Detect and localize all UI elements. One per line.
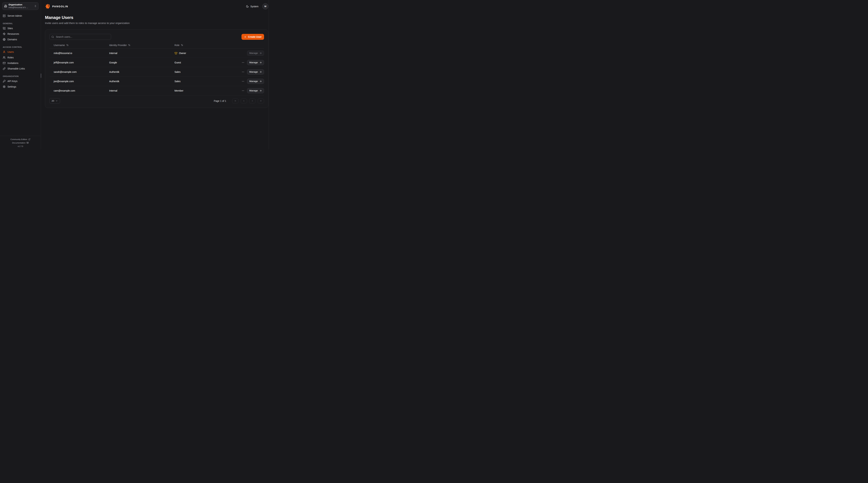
section-label-access-control: ACCESS CONTROL: [3, 46, 38, 48]
globe-icon: [3, 38, 5, 41]
chevrons-left-icon: [234, 100, 237, 102]
page-size-value: 20: [52, 100, 54, 102]
role-cell: Guest: [175, 61, 227, 64]
sidebar-item-label: Users: [7, 51, 14, 53]
building-icon: [4, 5, 7, 7]
sidebar-item-invitations[interactable]: Invitations: [2, 60, 38, 66]
role-cell: Sales: [175, 70, 227, 73]
sidebar-item-resources[interactable]: Resources: [2, 31, 38, 37]
manage-button[interactable]: Manage: [247, 69, 264, 75]
sidebar-item-label: Invitations: [7, 62, 19, 64]
manage-label: Manage: [249, 70, 258, 73]
column-label: Identity Provider: [109, 44, 127, 47]
theme-label: System: [250, 5, 258, 8]
waypoints-icon: [3, 32, 5, 35]
chevrons-up-down-icon: [34, 5, 37, 7]
username-cell: milo@fossorial.io: [49, 52, 109, 55]
sort-icon: [181, 44, 183, 46]
table-row: jeff@example.com Google Guest Manage: [49, 58, 264, 67]
sidebar-item-server-admin[interactable]: Server Admin: [2, 13, 38, 19]
sidebar-item-api-keys[interactable]: API Keys: [2, 78, 38, 84]
chevron-down-icon: [56, 100, 58, 102]
documentation-link[interactable]: Documentation: [0, 141, 41, 145]
moon-icon: [246, 5, 249, 8]
first-page-button: [232, 98, 239, 103]
external-link-icon: [28, 138, 30, 140]
search-box: [49, 34, 111, 40]
row-actions-menu-button[interactable]: [242, 89, 244, 92]
sort-icon: [66, 44, 69, 46]
avatar[interactable]: M: [262, 3, 268, 9]
role-label: Sales: [175, 80, 181, 83]
page-title: Manage Users: [45, 15, 268, 20]
page-subtitle: Invite users and add them to roles to ma…: [45, 22, 268, 25]
link-icon: [3, 67, 5, 70]
arrow-right-icon: [259, 80, 262, 83]
community-edition-link[interactable]: Community Edition: [0, 138, 41, 141]
provider-cell: Authentik: [109, 80, 175, 83]
create-user-button[interactable]: Create User: [242, 34, 264, 40]
key-icon: [3, 80, 5, 83]
users-icon: [3, 56, 5, 59]
row-actions-menu-button[interactable]: [242, 61, 244, 64]
org-switcher-label: Organization: [8, 3, 33, 6]
last-page-button: [258, 98, 264, 103]
sidebar-item-users[interactable]: Users: [2, 49, 38, 55]
manage-button[interactable]: Manage: [247, 60, 264, 65]
table-row: joe@example.com Authentik Sales Manage: [49, 77, 264, 86]
provider-cell: Internal: [109, 52, 175, 55]
role-cell: Member: [175, 89, 227, 92]
page-size-select[interactable]: 20: [49, 98, 60, 104]
manage-button-disabled: Manage: [247, 51, 264, 56]
sidebar-item-sites[interactable]: Sites: [2, 26, 38, 31]
mail-check-icon: [3, 62, 5, 64]
sidebar-item-roles[interactable]: Roles: [2, 55, 38, 60]
username-cell: sarah@example.com: [49, 70, 109, 73]
table-row: cam@example.com Internal Member Manage: [49, 86, 264, 95]
provider-cell: Authentik: [109, 70, 175, 73]
user-icon: [3, 51, 5, 53]
username-cell: joe@example.com: [49, 80, 109, 83]
arrow-right-icon: [259, 89, 262, 92]
org-switcher-value: milo@fossorial.io's ...: [8, 6, 33, 9]
chevron-left-icon: [243, 100, 245, 102]
documentation-label: Documentation: [12, 142, 26, 144]
table-row: sarah@example.com Authentik Sales Manage: [49, 67, 264, 77]
theme-toggle[interactable]: System: [246, 5, 258, 8]
column-header-role[interactable]: Role: [175, 44, 227, 47]
table-row: milo@fossorial.io Internal Owner Manage: [49, 49, 264, 58]
manage-label: Manage: [249, 89, 258, 92]
users-card: Create User Username Identity Provider R…: [45, 30, 268, 108]
column-label: Username: [54, 44, 65, 47]
chevrons-right-icon: [260, 100, 262, 102]
search-input[interactable]: [56, 35, 109, 38]
org-switcher[interactable]: Organization milo@fossorial.io's ...: [2, 2, 38, 10]
app-window: Organization milo@fossorial.io's ... Ser…: [0, 0, 272, 149]
sidebar-item-settings[interactable]: Settings: [2, 84, 38, 89]
pangolin-logo[interactable]: PANGOLIN: [45, 3, 68, 9]
column-header-username[interactable]: Username: [49, 44, 109, 47]
sidebar-resize-handle[interactable]: [41, 74, 41, 78]
crown-icon: [175, 52, 178, 55]
manage-button[interactable]: Manage: [247, 79, 264, 84]
sidebar-item-label: Domains: [7, 38, 17, 41]
row-actions-menu-button[interactable]: [242, 80, 244, 83]
role-label: Sales: [175, 70, 181, 73]
role-cell: Sales: [175, 80, 227, 83]
sidebar-item-shareable-links[interactable]: Shareable Links: [2, 66, 38, 72]
pangolin-logo-icon: [45, 3, 51, 9]
sidebar-footer: Community Edition Documentation v1.7.0: [0, 136, 41, 149]
sidebar-item-domains[interactable]: Domains: [2, 37, 38, 42]
manage-button[interactable]: Manage: [247, 88, 264, 93]
page-status: Page 1 of 1: [214, 100, 226, 102]
row-actions-menu-button[interactable]: [242, 70, 244, 73]
column-header-identity-provider[interactable]: Identity Provider: [109, 44, 175, 47]
section-label-general: GENERAL: [3, 22, 38, 25]
search-icon: [51, 36, 54, 38]
manage-label: Manage: [249, 52, 258, 54]
plus-icon: [244, 36, 247, 38]
topbar: PANGOLIN System M: [45, 0, 268, 13]
chevron-right-icon: [251, 100, 253, 102]
username-cell: cam@example.com: [49, 89, 109, 92]
username-cell: jeff@example.com: [49, 61, 109, 64]
